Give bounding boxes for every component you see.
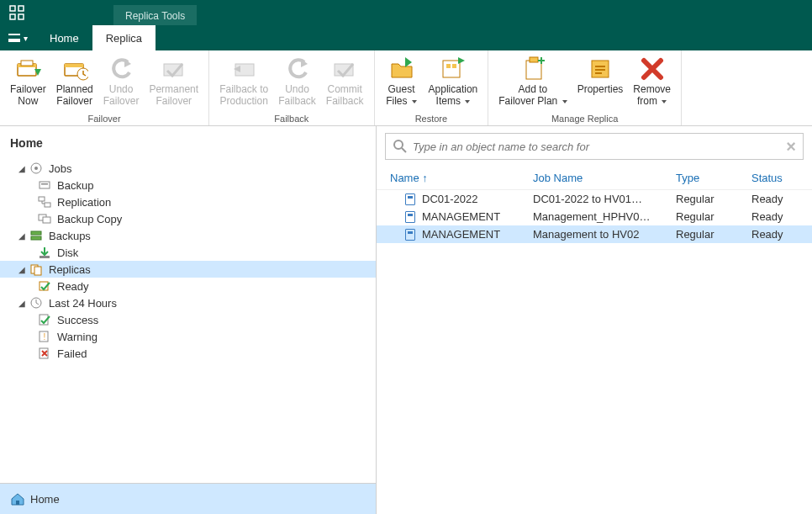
svg-point-30 [34, 167, 38, 170]
column-header-job-name[interactable]: Job Name [528, 172, 671, 184]
commit-failback-label: Commit Failback [326, 84, 364, 108]
svg-marker-17 [405, 57, 412, 67]
tree-node-disk[interactable]: Disk [0, 244, 376, 261]
tree-node-warning[interactable]: ! Warning [0, 328, 376, 345]
tree-node-replication[interactable]: Replication [0, 193, 376, 210]
collapse-icon[interactable]: ◢ [17, 299, 27, 308]
cell-name: MANAGEMENT [422, 228, 500, 241]
tree-node-backup[interactable]: Backup [0, 177, 376, 193]
tree-node-jobs[interactable]: ◢ Jobs [0, 160, 376, 177]
svg-rect-19 [446, 64, 451, 68]
failback-to-production-label: Failback to Production [219, 84, 268, 108]
undo-failback-label: Undo Failback [278, 84, 316, 108]
application-items-label: Application Items [429, 84, 478, 108]
cell-status: Ready [746, 193, 804, 205]
vm-icon [405, 229, 415, 241]
grid-body: DC01-2022 DC01-2022 to HV01… Regular Rea… [377, 190, 812, 243]
search-bar: × [385, 133, 804, 160]
column-header-name[interactable]: Name ↑ [385, 172, 528, 184]
failover-now-label: Failover Now [10, 84, 46, 108]
failover-now-button[interactable]: Failover Now [5, 52, 51, 114]
tab-home[interactable]: Home [36, 25, 92, 50]
failback-to-production-button: Failback to Production [214, 52, 273, 114]
cell-type: Regular [671, 193, 746, 205]
properties-label: Properties [577, 84, 624, 96]
tree-node-replicas[interactable]: ◢ Replicas [0, 261, 376, 278]
chevron-down-icon [662, 100, 667, 103]
tree-node-success[interactable]: Success [0, 311, 376, 328]
guest-files-button[interactable]: Guest Files [380, 52, 424, 114]
remove-from-button[interactable]: Remove from [628, 52, 676, 114]
remove-from-label: Remove from [633, 84, 671, 108]
tree-node-backup-copy[interactable]: Backup Copy [0, 210, 376, 227]
chevron-down-icon [465, 100, 470, 103]
svg-rect-34 [45, 203, 50, 207]
tab-replica[interactable]: Replica [92, 25, 156, 50]
replica-row[interactable]: MANAGEMENT Management_HPHV0… Regular Rea… [377, 208, 812, 225]
tree-node-ready-label: Ready [57, 280, 89, 293]
ribbon-group-manage-label: Manage Replica [493, 114, 676, 125]
failed-icon [37, 347, 52, 360]
success-icon [37, 313, 52, 326]
cell-job: Management_HPHV0… [528, 210, 671, 223]
backup-copy-icon [37, 212, 52, 225]
tree-node-failed[interactable]: Failed [0, 345, 376, 362]
tree-node-ready[interactable]: Ready [0, 278, 376, 294]
collapse-icon[interactable]: ◢ [17, 231, 27, 241]
svg-rect-0 [10, 6, 15, 11]
properties-icon [587, 56, 614, 82]
app-menu-button[interactable]: ▾ [0, 25, 36, 50]
commit-failback-button: Commit Failback [321, 52, 369, 114]
planned-failover-button[interactable]: Planned Failover [51, 52, 98, 114]
svg-rect-31 [40, 182, 50, 188]
sidebar-home-button[interactable]: Home [0, 483, 376, 514]
svg-rect-2 [10, 14, 15, 19]
tree-node-disk-label: Disk [57, 246, 78, 259]
search-icon [393, 139, 408, 154]
sidebar-heading: Home [0, 126, 376, 156]
tree-node-backups[interactable]: ◢ Backups [0, 227, 376, 244]
collapse-icon[interactable]: ◢ [17, 164, 27, 173]
svg-rect-1 [18, 6, 24, 11]
search-input[interactable] [413, 140, 786, 153]
undo-failover-label: Undo Failover [103, 84, 140, 108]
svg-text:!: ! [44, 332, 46, 342]
svg-rect-20 [452, 64, 456, 68]
guest-files-icon [388, 56, 415, 82]
undo-failover-button: Undo Failover [98, 52, 145, 114]
cell-type: Regular [671, 210, 746, 223]
tree-node-failed-label: Failed [57, 347, 87, 360]
cell-type: Regular [671, 228, 746, 241]
replica-row[interactable]: DC01-2022 DC01-2022 to HV01… Regular Rea… [377, 190, 812, 208]
svg-marker-21 [458, 57, 465, 64]
application-items-button[interactable]: Application Items [424, 52, 483, 114]
vm-icon [405, 211, 415, 223]
menu-bar: ▾ Home Replica [0, 25, 812, 50]
column-header-type[interactable]: Type [671, 172, 746, 184]
add-to-failover-plan-label: Add to Failover Plan [498, 84, 567, 108]
properties-button[interactable]: Properties [572, 52, 629, 114]
collapse-icon[interactable]: ◢ [17, 265, 27, 274]
sidebar-home-label: Home [30, 493, 60, 506]
cell-job: Management to HV02 [528, 228, 671, 241]
context-tab-replica-tools[interactable]: Replica Tools [113, 5, 197, 25]
last24-icon [29, 296, 44, 310]
sidebar: Home ◢ Jobs Backup Replication Backup Co… [0, 126, 377, 514]
cell-status: Ready [746, 210, 804, 223]
ribbon-group-failover-label: Failover [5, 114, 203, 125]
svg-rect-27 [595, 69, 605, 71]
clear-search-button[interactable]: × [786, 137, 796, 156]
application-items-icon [440, 56, 467, 82]
chevron-down-icon [562, 100, 567, 103]
tree-node-last-24-hours[interactable]: ◢ Last 24 Hours [0, 294, 376, 311]
column-header-status[interactable]: Status [746, 172, 804, 184]
chevron-down-icon [412, 100, 417, 103]
cell-name: DC01-2022 [422, 193, 478, 205]
svg-rect-22 [526, 61, 541, 79]
tree-node-warning-label: Warning [57, 331, 98, 343]
remove-icon [639, 56, 666, 82]
replica-row[interactable]: MANAGEMENT Management to HV02 Regular Re… [377, 225, 812, 243]
add-to-failover-plan-button[interactable]: Add to Failover Plan [493, 52, 572, 114]
sort-ascending-icon: ↑ [422, 172, 428, 184]
cell-status: Ready [746, 228, 804, 241]
